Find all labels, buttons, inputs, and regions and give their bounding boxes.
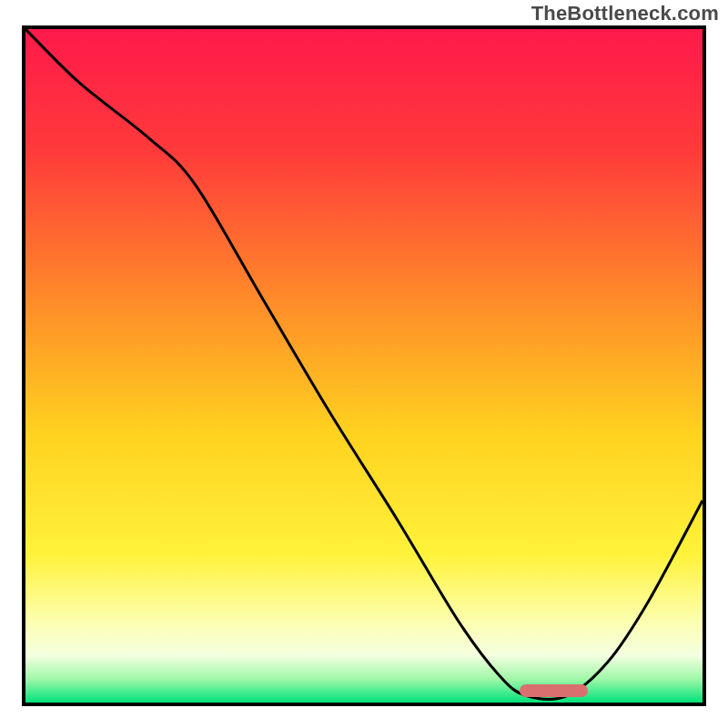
watermark-text: TheBottleneck.com [531,2,719,25]
optimal-range-marker [520,684,587,697]
bottleneck-curve [25,29,703,703]
chart-container: TheBottleneck.com [0,0,728,728]
plot-area [22,25,706,706]
